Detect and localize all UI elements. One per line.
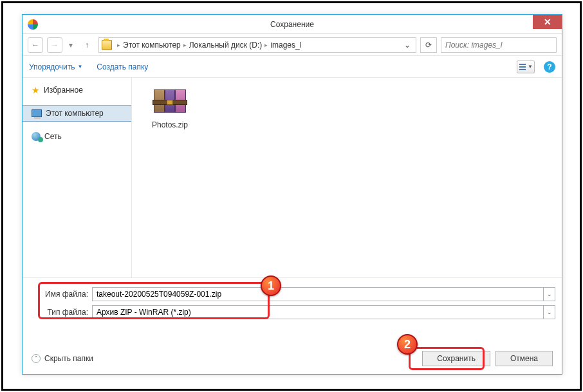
network-icon: [32, 132, 41, 141]
titlebar: Сохранение ✕: [23, 15, 562, 34]
star-icon: ★: [32, 85, 40, 95]
sidebar-item-label: Избранное: [44, 86, 83, 95]
forward-button[interactable]: →: [47, 37, 62, 53]
search-field[interactable]: [445, 41, 552, 50]
filename-label: Имя файла:: [29, 290, 92, 299]
chevron-right-icon: ▸: [264, 42, 268, 48]
sidebar-item-favorites[interactable]: ★ Избранное: [23, 82, 131, 98]
filetype-row: Тип файла: Архив ZIP - WinRAR (*.zip) ⌄: [29, 305, 555, 319]
navbar: ← → ▾ ↑ ▸ Этот компьютер ▸ Локальный дис…: [23, 34, 562, 56]
chevron-right-icon: ▸: [183, 42, 187, 48]
view-options-button[interactable]: ▼: [517, 61, 535, 73]
bottom-bar: Имя файла: ⌄ Тип файла: Архив ZIP - WinR…: [23, 277, 562, 374]
search-input[interactable]: [441, 37, 557, 53]
breadcrumb[interactable]: images_l: [270, 41, 301, 50]
chevron-right-icon: ▸: [117, 42, 120, 48]
filetype-label: Тип файла:: [29, 308, 92, 317]
file-label: Photos.zip: [141, 120, 199, 129]
svg-rect-2: [519, 69, 526, 70]
refresh-button[interactable]: ⟳: [420, 37, 437, 53]
close-button[interactable]: ✕: [533, 15, 562, 29]
back-button[interactable]: ←: [28, 37, 43, 53]
folder-icon: [102, 40, 112, 50]
filetype-select[interactable]: Архив ZIP - WinRAR (*.zip): [92, 305, 544, 319]
window-title: Сохранение: [270, 20, 314, 29]
toolbar: Упорядочить ▼ Создать папку ▼ ?: [23, 56, 562, 78]
svg-rect-1: [519, 66, 526, 68]
breadcrumb[interactable]: Этот компьютер: [123, 41, 181, 50]
annotation-badge-2: 2: [397, 334, 418, 355]
history-dropdown-icon[interactable]: ▾: [66, 41, 75, 50]
filename-input[interactable]: [92, 287, 544, 301]
save-dialog: Сохранение ✕ ← → ▾ ↑ ▸ Этот компьютер ▸ …: [22, 14, 562, 375]
sidebar-item-this-pc[interactable]: Этот компьютер: [23, 105, 131, 122]
dialog-body: ★ Избранное Этот компьютер Сеть P: [23, 78, 562, 277]
chrome-icon: [28, 19, 38, 30]
save-button[interactable]: Сохранить: [422, 351, 490, 366]
chevron-up-icon: ˄: [32, 354, 41, 363]
up-button[interactable]: ↑: [79, 37, 95, 53]
file-pane[interactable]: Photos.zip: [132, 78, 562, 277]
annotation-badge-1: 1: [261, 275, 281, 296]
computer-icon: [32, 109, 42, 117]
sidebar-item-label: Сеть: [44, 132, 62, 141]
action-row: ˄ Скрыть папки Сохранить Отмена: [23, 351, 562, 366]
file-item[interactable]: Photos.zip: [141, 87, 199, 129]
filetype-dropdown-icon[interactable]: ⌄: [544, 305, 555, 319]
archive-icon: [153, 87, 187, 115]
new-folder-button[interactable]: Создать папку: [97, 62, 148, 71]
sidebar-item-network[interactable]: Сеть: [23, 128, 131, 145]
sidebar: ★ Избранное Этот компьютер Сеть: [23, 78, 132, 277]
address-bar[interactable]: ▸ Этот компьютер ▸ Локальный диск (D:) ▸…: [98, 37, 416, 53]
chevron-down-icon: ▼: [77, 64, 82, 70]
breadcrumb[interactable]: Локальный диск (D:): [189, 41, 263, 50]
help-button[interactable]: ?: [544, 61, 555, 73]
address-dropdown-icon[interactable]: ⌄: [402, 41, 413, 50]
sidebar-item-label: Этот компьютер: [46, 109, 104, 118]
svg-rect-0: [519, 64, 526, 65]
filetype-value: Архив ZIP - WinRAR (*.zip): [97, 308, 191, 317]
filename-dropdown-icon[interactable]: ⌄: [544, 287, 555, 301]
hide-folders-button[interactable]: ˄ Скрыть папки: [32, 354, 93, 363]
cancel-button[interactable]: Отмена: [495, 351, 553, 366]
filename-row: Имя файла: ⌄: [29, 287, 555, 301]
filename-field[interactable]: [97, 290, 539, 299]
organize-menu[interactable]: Упорядочить ▼: [29, 62, 82, 71]
